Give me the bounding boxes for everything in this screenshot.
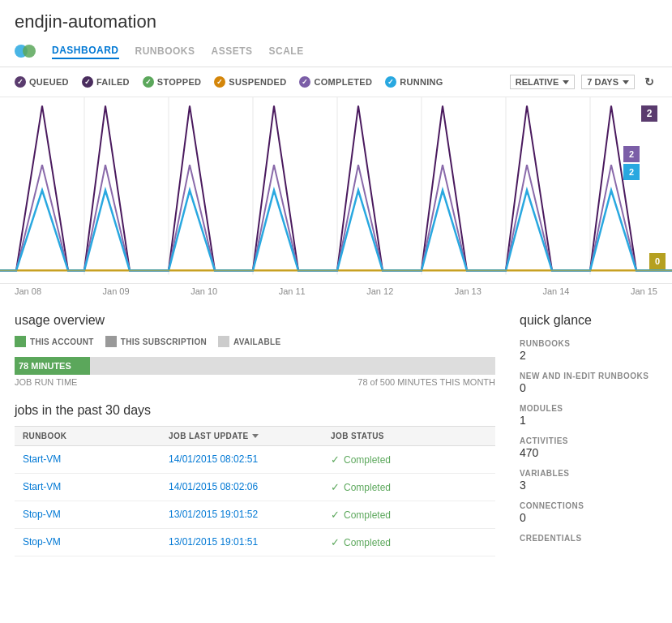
nav-item-assets[interactable]: ASSETS: [212, 44, 253, 58]
row-1-runbook[interactable]: Start-VM: [15, 478, 161, 496]
qg-activities-value: 470: [520, 446, 657, 459]
status-completed-3: ✓ Completed: [331, 536, 487, 548]
row-0-runbook[interactable]: Start-VM: [15, 450, 161, 469]
legend-bar: THIS ACCOUNT THIS SUBSCRIPTION AVAILABLE: [15, 336, 495, 347]
days-dropdown[interactable]: 7 DAYS: [581, 75, 635, 89]
running-icon: ✓: [385, 76, 396, 88]
qg-credentials: CREDENTIALS: [520, 534, 657, 543]
chart-date-3: Jan 11: [279, 286, 306, 296]
status-completed-2: ✓ Completed: [331, 509, 487, 521]
qg-variables: VARIABLES 3: [520, 469, 657, 492]
qg-runbooks-label: RUNBOOKS: [520, 339, 657, 348]
qg-variables-value: 3: [520, 479, 657, 492]
checkmark-icon-0: ✓: [331, 453, 340, 466]
nav-item-dashboard[interactable]: DASHBOARD: [52, 43, 119, 59]
row-0-status: ✓ Completed: [323, 450, 495, 469]
failed-icon: ✓: [82, 76, 93, 88]
table-row: Start-VM 14/01/2015 08:02:06 ✓ Completed: [15, 474, 495, 501]
row-2-status: ✓ Completed: [323, 505, 495, 524]
header-runbook: RUNBOOK: [15, 432, 161, 440]
refresh-button[interactable]: ↻: [641, 74, 657, 90]
chart-date-1: Jan 09: [103, 286, 130, 296]
suspended-icon: ✓: [214, 76, 225, 88]
table-header: RUNBOOK JOB LAST UPDATE JOB STATUS: [15, 426, 495, 446]
table-row: Start-VM 14/01/2015 08:02:51 ✓ Completed: [15, 446, 495, 474]
filter-completed[interactable]: ✓ COMPLETED: [299, 76, 372, 88]
qg-modules: MODULES 1: [520, 404, 657, 427]
legend-subscription-dot: [105, 336, 117, 347]
qg-modules-value: 1: [520, 414, 657, 427]
usage-sub-label: JOB RUN TIME 78 of 500 MINUTES THIS MONT…: [15, 377, 495, 387]
filter-right: RELATIVE 7 DAYS ↻: [510, 74, 657, 90]
right-panel: quick glance RUNBOOKS 2 NEW AND IN-EDIT …: [495, 313, 657, 556]
badge-purple: 2: [641, 105, 657, 122]
sort-arrow-icon: [252, 434, 259, 438]
days-chevron-icon: [623, 80, 629, 84]
filter-bar: ✓ QUEUED ✓ FAILED ✓ STOPPED ✓ SUSPENDED …: [0, 67, 672, 97]
row-2-runbook[interactable]: Stop-VM: [15, 505, 161, 524]
filter-running[interactable]: ✓ RUNNING: [385, 76, 443, 88]
row-3-update: 13/01/2015 19:01:51: [161, 533, 323, 552]
chart-date-4: Jan 12: [366, 286, 393, 296]
checkmark-icon-1: ✓: [331, 481, 340, 493]
usage-overview-section: usage overview THIS ACCOUNT THIS SUBSCRI…: [15, 313, 495, 387]
header-job-last-update: JOB LAST UPDATE: [161, 432, 323, 440]
table-row: Stop-VM 13/01/2015 19:01:51 ✓ Completed: [15, 529, 495, 556]
badge-olive: 0: [649, 253, 666, 269]
job-run-time-label: JOB RUN TIME: [15, 377, 77, 387]
row-3-status: ✓ Completed: [323, 533, 495, 552]
chart-date-2: Jan 10: [190, 286, 217, 296]
qg-runbooks-value: 2: [520, 349, 657, 362]
qg-variables-label: VARIABLES: [520, 469, 657, 478]
relative-dropdown[interactable]: RELATIVE: [510, 75, 576, 89]
qg-modules-label: MODULES: [520, 404, 657, 413]
legend-available-dot: [218, 336, 229, 347]
row-0-update: 14/01/2015 08:02:51: [161, 450, 323, 469]
qg-new-in-edit-label: NEW AND IN-EDIT RUNBOOKS: [520, 372, 657, 380]
row-3-runbook[interactable]: Stop-VM: [15, 533, 161, 552]
app-title: endjin-automation: [0, 0, 672, 37]
usage-overview-title: usage overview: [15, 313, 495, 328]
chart-date-5: Jan 13: [455, 286, 482, 296]
filter-stopped[interactable]: ✓ STOPPED: [143, 76, 201, 88]
row-1-update: 14/01/2015 08:02:06: [161, 478, 323, 496]
qg-activities-label: ACTIVITIES: [520, 436, 657, 445]
left-panel: usage overview THIS ACCOUNT THIS SUBSCRI…: [15, 313, 495, 556]
row-1-status: ✓ Completed: [323, 478, 495, 496]
badge-blue: 2: [623, 164, 640, 180]
quick-glance-title: quick glance: [520, 313, 657, 328]
status-completed-0: ✓ Completed: [331, 453, 487, 466]
chart-svg: [0, 97, 672, 283]
legend-available: AVAILABLE: [218, 336, 280, 347]
nav-bar: DASHBOARD RUNBOOKS ASSETS SCALE: [0, 37, 672, 67]
completed-icon: ✓: [299, 76, 310, 88]
qg-connections: CONNECTIONS 0: [520, 501, 657, 524]
qg-credentials-label: CREDENTIALS: [520, 534, 657, 543]
usage-bar-track: 78 MINUTES: [15, 357, 495, 375]
chart-date-0: Jan 08: [15, 286, 41, 296]
qg-runbooks: RUNBOOKS 2: [520, 339, 657, 362]
svg-point-1: [23, 45, 36, 58]
chart-area: 2 2 2 0: [0, 97, 672, 284]
status-completed-1: ✓ Completed: [331, 481, 487, 493]
qg-connections-label: CONNECTIONS: [520, 501, 657, 510]
nav-item-runbooks[interactable]: RUNBOOKS: [135, 44, 195, 58]
table-row: Stop-VM 13/01/2015 19:01:52 ✓ Completed: [15, 501, 495, 529]
filter-suspended[interactable]: ✓ SUSPENDED: [214, 76, 286, 88]
filter-failed[interactable]: ✓ FAILED: [82, 76, 130, 88]
row-2-update: 13/01/2015 19:01:52: [161, 505, 323, 524]
legend-subscription: THIS SUBSCRIPTION: [105, 336, 207, 347]
qg-new-in-edit: NEW AND IN-EDIT RUNBOOKS 0: [520, 372, 657, 394]
usage-bar-label: 78 MINUTES: [19, 361, 71, 371]
usage-bar-fill: 78 MINUTES: [15, 357, 90, 375]
queued-icon: ✓: [15, 76, 26, 88]
relative-chevron-icon: [563, 80, 569, 84]
filter-queued[interactable]: ✓ QUEUED: [15, 76, 69, 88]
qg-activities: ACTIVITIES 470: [520, 436, 657, 459]
jobs-section: jobs in the past 30 days RUNBOOK JOB LAS…: [15, 403, 495, 556]
header-job-status: JOB STATUS: [323, 432, 495, 440]
nav-item-scale[interactable]: SCALE: [269, 44, 304, 58]
main-content: usage overview THIS ACCOUNT THIS SUBSCRI…: [0, 299, 672, 556]
usage-bar-container: 78 MINUTES JOB RUN TIME 78 of 500 MINUTE…: [15, 357, 495, 387]
legend-account-dot: [15, 336, 26, 347]
